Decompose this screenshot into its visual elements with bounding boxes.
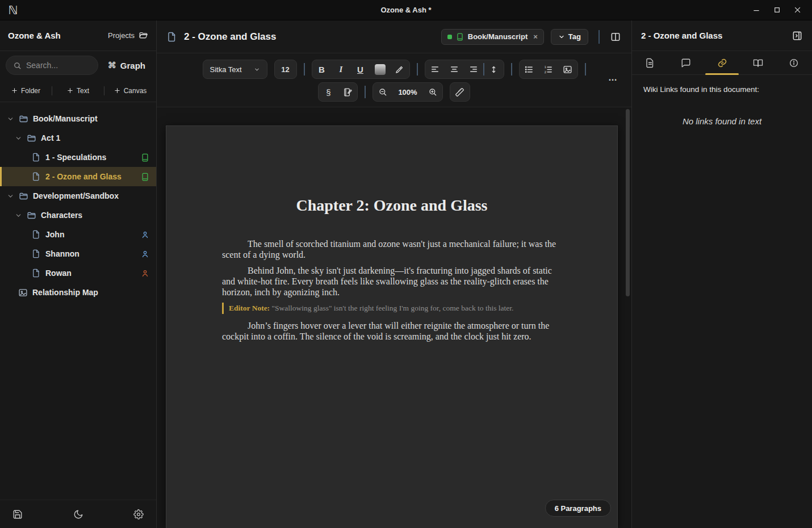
tree-item-label: Rowan <box>45 269 72 278</box>
collapse-right-icon <box>792 30 803 41</box>
tab-document[interactable] <box>632 51 668 74</box>
bold-button[interactable]: B <box>312 60 332 79</box>
collapse-panel-button[interactable] <box>792 30 803 41</box>
tab-references[interactable] <box>740 51 776 74</box>
manuscript-page[interactable]: Chapter 2: Ozone and Glass The smell of … <box>166 125 618 528</box>
tree-item-shannon[interactable]: Shannon <box>0 244 156 263</box>
tree-item-development-sandbox[interactable]: Development/Sandbox <box>0 186 156 206</box>
document-icon <box>167 32 177 42</box>
numbered-list-button[interactable]: 12 <box>539 60 558 79</box>
pilcrow-button[interactable]: § <box>319 82 338 102</box>
tree-item-label: Act 1 <box>41 133 60 143</box>
document-icon <box>32 153 41 162</box>
tree-item-john[interactable]: John <box>0 225 156 244</box>
graph-label: Graph <box>120 61 145 70</box>
book-icon <box>456 33 464 41</box>
ruler-icon <box>455 87 464 97</box>
zoom-in-button[interactable] <box>423 82 442 102</box>
tree-item-1-speculations[interactable]: 1 - Speculations <box>0 148 156 167</box>
projects-button[interactable]: Projects <box>108 31 148 40</box>
plus-icon <box>67 87 73 94</box>
zoom-out-button[interactable] <box>373 82 392 102</box>
split-view-button[interactable] <box>610 31 621 43</box>
tag-chip-book-manuscript[interactable]: Book/Manuscript × <box>441 29 544 45</box>
info-icon <box>789 58 799 68</box>
inspector-tabs <box>632 51 812 75</box>
highlight-button[interactable] <box>390 60 409 79</box>
wiki-links-header: Wiki Links found in this document: <box>643 85 801 94</box>
tab-comments[interactable] <box>668 51 704 74</box>
tab-wiki-links[interactable] <box>704 51 740 74</box>
wiki-links-empty-message: No links found in text <box>643 116 801 126</box>
person-icon <box>141 231 149 239</box>
add-text-button[interactable]: Text <box>52 87 104 95</box>
italic-button[interactable]: I <box>332 60 351 79</box>
toolbar-row-1: Sitka Text 12 B I U <box>157 58 631 81</box>
image-icon <box>563 65 572 74</box>
sidebar-add-row: Folder Text Canvas <box>0 79 156 102</box>
folder-open-icon <box>139 31 148 40</box>
search-input[interactable] <box>26 61 83 70</box>
folder-icon <box>19 114 28 124</box>
align-left-button[interactable] <box>425 60 445 79</box>
bullet-list-button[interactable] <box>520 60 539 79</box>
zoom-in-icon <box>428 87 437 97</box>
add-text-label: Text <box>77 87 89 95</box>
search-icon <box>13 61 22 70</box>
maximize-button[interactable] <box>767 2 787 19</box>
settings-button[interactable] <box>133 509 144 519</box>
tree-item-label: 1 - Speculations <box>45 153 106 162</box>
chapter-heading: Chapter 2: Ozone and Glass <box>222 196 562 215</box>
line-spacing-button[interactable] <box>484 60 504 79</box>
zoom-level: 100% <box>392 88 422 97</box>
moon-icon <box>73 509 83 519</box>
paragraph: Behind John, the sky isn't just darkenin… <box>222 265 562 297</box>
tab-info[interactable] <box>776 51 812 74</box>
folder-icon <box>27 133 36 143</box>
font-size-input[interactable]: 12 <box>274 60 297 79</box>
underline-button[interactable]: U <box>351 60 370 79</box>
add-canvas-label: Canvas <box>124 87 147 95</box>
text-color-button[interactable] <box>370 60 390 79</box>
paragraph: The smell of scorched titanium and ozone… <box>222 238 562 260</box>
chevron-down-icon <box>7 115 14 123</box>
inspector-title: 2 - Ozone and Glass <box>641 31 722 40</box>
font-family-select[interactable]: Sitka Text <box>203 60 267 79</box>
tree-item-rowan[interactable]: Rowan <box>0 263 156 283</box>
comment-icon <box>681 58 691 68</box>
tree-item-label: Characters <box>41 211 82 220</box>
document-title: 2 - Ozone and Glass <box>184 31 277 43</box>
tree-item-characters[interactable]: Characters <box>0 206 156 225</box>
tree-item-book-manuscript[interactable]: Book/Manuscript <box>0 109 156 128</box>
ruler-button[interactable] <box>450 82 470 102</box>
paragraph: John’s fingers hover over a lever that w… <box>222 320 562 342</box>
notes-edit-button[interactable] <box>338 82 357 102</box>
tag-button-label: Tag <box>568 32 581 41</box>
dark-mode-toggle[interactable] <box>73 509 83 519</box>
align-center-button[interactable] <box>445 60 464 79</box>
save-icon <box>12 509 23 519</box>
minimize-button[interactable] <box>746 2 767 19</box>
add-folder-button[interactable]: Folder <box>0 87 52 95</box>
svg-text:2: 2 <box>545 70 546 73</box>
tag-button[interactable]: Tag <box>551 29 588 45</box>
close-button[interactable] <box>787 2 807 19</box>
folder-icon <box>19 191 28 201</box>
wiki-links-panel: Wiki Links found in this document: No li… <box>632 75 812 136</box>
save-button[interactable] <box>12 509 23 519</box>
tree-item-relationship-map[interactable]: Relationship Map <box>0 283 156 302</box>
insert-image-button[interactable] <box>558 60 577 79</box>
remove-tag-icon[interactable]: × <box>533 32 538 41</box>
search-box[interactable] <box>6 56 98 75</box>
align-right-button[interactable] <box>464 60 483 79</box>
add-canvas-button[interactable]: Canvas <box>104 87 156 95</box>
vertical-scrollbar[interactable] <box>626 109 630 296</box>
divider <box>511 63 512 76</box>
add-folder-label: Folder <box>21 87 40 95</box>
tree-item-2-ozone-and-glass[interactable]: 2 - Ozone and Glass <box>0 167 156 186</box>
editor-note-text: "Swallowing glass" isn't the right feeli… <box>272 304 514 312</box>
tree-item-label: Development/Sandbox <box>33 191 119 200</box>
graph-button[interactable]: ⌘ Graph <box>103 60 150 70</box>
tree-item-act-1[interactable]: Act 1 <box>0 128 156 148</box>
toolbar-overflow-button[interactable]: … <box>608 73 618 83</box>
